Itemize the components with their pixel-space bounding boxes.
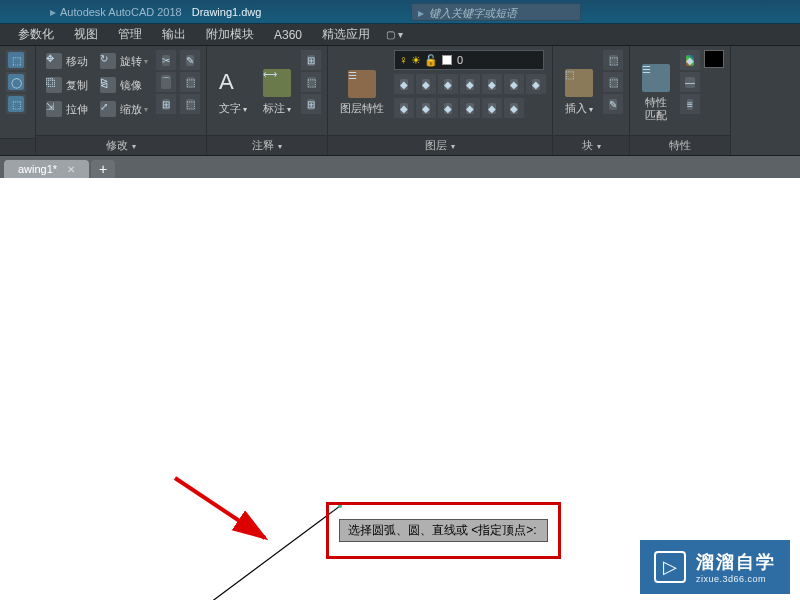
props-tool-2[interactable]: — [680, 72, 700, 92]
panel-modify-title[interactable]: 修改▾ [36, 135, 206, 155]
layer-properties-icon: ☰ [348, 70, 376, 98]
watermark-logo-icon: ▷ [654, 551, 686, 583]
rotate-button[interactable]: ↻旋转▾ [96, 50, 152, 72]
search-input[interactable]: ▸ 键入关键字或短语 [411, 3, 581, 21]
layer-select[interactable]: ♀ ☀ 🔓 0 [394, 50, 544, 70]
copy-icon: ⿻ [46, 77, 62, 93]
annot-tool-2[interactable]: ⬚ [301, 72, 321, 92]
panel-layers: ☰ 图层特性 ♀ ☀ 🔓 0 ◆ ◆ ◆ ◆ [328, 46, 553, 155]
layer-tool-5[interactable]: ◆ [482, 74, 502, 94]
ribbon: ⬚ ◯ ⬚ ✥移动 ⿻复制 ⇲拉伸 ↻旋转▾ ⧎镜像 ⤢缩放▾ ✂ ⌒ ⊞ [0, 46, 800, 156]
dimension-icon: ⟷ [263, 69, 291, 97]
layer-tool-8[interactable]: ◆ [394, 98, 414, 118]
layer-tool-10[interactable]: ◆ [438, 98, 458, 118]
panel-block-title[interactable]: 块▾ [553, 135, 629, 155]
fillet-button[interactable]: ⌒ [156, 72, 176, 92]
panel-draw-left: ⬚ ◯ ⬚ [0, 46, 36, 155]
layer-tool-4[interactable]: ◆ [460, 74, 480, 94]
menu-bar: 参数化 视图 管理 输出 附加模块 A360 精选应用 ▢ ▾ [0, 24, 800, 46]
tab-bar: awing1* ✕ + [0, 156, 800, 178]
layer-tool-9[interactable]: ◆ [416, 98, 436, 118]
panel-modify: ✥移动 ⿻复制 ⇲拉伸 ↻旋转▾ ⧎镜像 ⤢缩放▾ ✂ ⌒ ⊞ ✎ ⬚ ⬚ 修改… [36, 46, 207, 155]
draw-tool-3[interactable]: ⬚ [6, 94, 26, 114]
layer-tool-13[interactable]: ◆ [504, 98, 524, 118]
app-name: Autodesk AutoCAD 2018 [60, 6, 182, 18]
text-icon: A [219, 69, 247, 97]
close-icon[interactable]: ✕ [67, 164, 75, 175]
layer-current: 0 [457, 54, 463, 66]
watermark-url: zixue.3d66.com [696, 574, 776, 584]
tab-add-button[interactable]: + [91, 160, 115, 178]
modify-tool-c[interactable]: ⬚ [180, 94, 200, 114]
draw-tool-1[interactable]: ⬚ [6, 50, 26, 70]
command-prompt[interactable]: 选择圆弧、圆、直线或 <指定顶点>: [339, 519, 548, 542]
insert-button[interactable]: ⬚ 插入▾ [559, 50, 599, 135]
rotate-icon: ↻ [100, 53, 116, 69]
menu-addins[interactable]: 附加模块 [196, 23, 264, 46]
insert-icon: ⬚ [565, 69, 593, 97]
menu-expand-icon[interactable]: ▢ ▾ [380, 29, 409, 40]
panel-annotate-title[interactable]: 注释▾ [207, 135, 327, 155]
layer-tool-2[interactable]: ◆ [416, 74, 436, 94]
scale-button[interactable]: ⤢缩放▾ [96, 98, 152, 120]
svg-line-1 [160, 506, 340, 600]
layer-color-swatch [442, 55, 452, 65]
drawing-canvas[interactable]: 选择圆弧、圆、直线或 <指定顶点>: ▷ 溜溜自学 zixue.3d66.com [0, 178, 800, 600]
move-button[interactable]: ✥移动 [42, 50, 92, 72]
dimension-button[interactable]: ⟷ 标注▾ [257, 50, 297, 135]
props-tool-3[interactable]: ≡ [680, 94, 700, 114]
layer-tool-6[interactable]: ◆ [504, 74, 524, 94]
mirror-button[interactable]: ⧎镜像 [96, 74, 152, 96]
annot-tool-3[interactable]: ⊞ [301, 94, 321, 114]
play-icon: ▸ [50, 5, 56, 19]
search-arrow-icon: ▸ [418, 6, 424, 20]
array-button[interactable]: ⊞ [156, 94, 176, 114]
copy-button[interactable]: ⿻复制 [42, 74, 92, 96]
layer-tool-7[interactable]: ◆ [526, 74, 546, 94]
panel-props-title[interactable]: 特性 [630, 135, 730, 155]
panel-annotate: A 文字▾ ⟷ 标注▾ ⊞ ⬚ ⊞ 注释▾ [207, 46, 328, 155]
search-placeholder: 键入关键字或短语 [429, 7, 517, 19]
menu-manage[interactable]: 管理 [108, 23, 152, 46]
properties-icon: ☰ [642, 64, 670, 92]
layer-tool-1[interactable]: ◆ [394, 74, 414, 94]
sun-icon: ☀ [411, 54, 421, 67]
menu-parametric[interactable]: 参数化 [8, 23, 64, 46]
watermark: ▷ 溜溜自学 zixue.3d66.com [640, 540, 790, 594]
menu-a360[interactable]: A360 [264, 25, 312, 45]
block-tool-1[interactable]: ⬚ [603, 50, 623, 70]
text-button[interactable]: A 文字▾ [213, 50, 253, 135]
props-tool-1[interactable]: ◆ [680, 50, 700, 70]
command-prompt-text: 选择圆弧、圆、直线或 <指定顶点>: [348, 523, 537, 537]
title-bar: ▸ Autodesk AutoCAD 2018 Drawing1.dwg ▸ 键… [0, 0, 800, 24]
panel-layers-title[interactable]: 图层▾ [328, 135, 552, 155]
properties-button[interactable]: ☰ 特性匹配 [636, 50, 676, 135]
watermark-text-cn: 溜溜自学 [696, 550, 776, 574]
layer-tool-11[interactable]: ◆ [460, 98, 480, 118]
doc-name: Drawing1.dwg [192, 6, 262, 18]
menu-featured[interactable]: 精选应用 [312, 23, 380, 46]
block-tool-3[interactable]: ✎ [603, 94, 623, 114]
layer-tool-3[interactable]: ◆ [438, 74, 458, 94]
trim-button[interactable]: ✂ [156, 50, 176, 70]
annot-tool-1[interactable]: ⊞ [301, 50, 321, 70]
layer-properties-button[interactable]: ☰ 图层特性 [334, 50, 390, 135]
stretch-icon: ⇲ [46, 101, 62, 117]
draw-tool-2[interactable]: ◯ [6, 72, 26, 92]
modify-tool-a[interactable]: ✎ [180, 50, 200, 70]
stretch-button[interactable]: ⇲拉伸 [42, 98, 92, 120]
panel-draw-title [0, 138, 35, 155]
mirror-icon: ⧎ [100, 77, 116, 93]
scale-icon: ⤢ [100, 101, 116, 117]
lock-icon: 🔓 [424, 54, 438, 67]
tab-drawing1[interactable]: awing1* ✕ [4, 160, 89, 178]
block-tool-2[interactable]: ⬚ [603, 72, 623, 92]
menu-view[interactable]: 视图 [64, 23, 108, 46]
modify-tool-b[interactable]: ⬚ [180, 72, 200, 92]
panel-properties: ☰ 特性匹配 ◆ — ≡ 特性 [630, 46, 731, 155]
color-swatch[interactable] [704, 50, 724, 68]
bulb-icon: ♀ [399, 53, 408, 67]
layer-tool-12[interactable]: ◆ [482, 98, 502, 118]
move-icon: ✥ [46, 53, 62, 69]
menu-output[interactable]: 输出 [152, 23, 196, 46]
